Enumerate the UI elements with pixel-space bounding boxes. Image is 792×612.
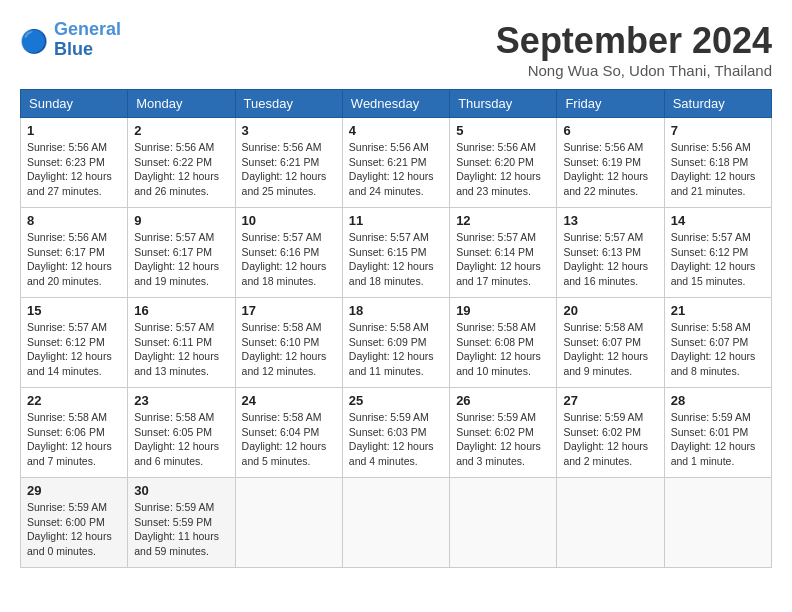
calendar-table: Sunday Monday Tuesday Wednesday Thursday…	[20, 89, 772, 568]
sunset-text: Sunset: 6:02 PM	[563, 426, 641, 438]
day-number: 18	[349, 303, 443, 318]
sunrise-text: Sunrise: 5:57 AM	[134, 231, 214, 243]
sunset-text: Sunset: 6:09 PM	[349, 336, 427, 348]
daylight-text: Daylight: 12 hours and 10 minutes.	[456, 350, 541, 377]
calendar-cell	[664, 478, 771, 568]
daylight-text: Daylight: 12 hours and 1 minute.	[671, 440, 756, 467]
sunset-text: Sunset: 5:59 PM	[134, 516, 212, 528]
location: Nong Wua So, Udon Thani, Thailand	[496, 62, 772, 79]
sunset-text: Sunset: 6:15 PM	[349, 246, 427, 258]
daylight-text: Daylight: 12 hours and 27 minutes.	[27, 170, 112, 197]
day-number: 12	[456, 213, 550, 228]
col-friday: Friday	[557, 90, 664, 118]
sunrise-text: Sunrise: 5:57 AM	[671, 231, 751, 243]
day-number: 4	[349, 123, 443, 138]
calendar-cell: 19 Sunrise: 5:58 AM Sunset: 6:08 PM Dayl…	[450, 298, 557, 388]
calendar-cell: 8 Sunrise: 5:56 AM Sunset: 6:17 PM Dayli…	[21, 208, 128, 298]
sunrise-text: Sunrise: 5:59 AM	[27, 501, 107, 513]
sunrise-text: Sunrise: 5:58 AM	[349, 321, 429, 333]
sunrise-text: Sunrise: 5:57 AM	[456, 231, 536, 243]
day-number: 7	[671, 123, 765, 138]
logo: 🔵 General Blue	[20, 20, 121, 60]
daylight-text: Daylight: 12 hours and 11 minutes.	[349, 350, 434, 377]
sunrise-text: Sunrise: 5:58 AM	[242, 321, 322, 333]
calendar-week-row: 1 Sunrise: 5:56 AM Sunset: 6:23 PM Dayli…	[21, 118, 772, 208]
sunset-text: Sunset: 6:04 PM	[242, 426, 320, 438]
sunset-text: Sunset: 6:01 PM	[671, 426, 749, 438]
day-number: 19	[456, 303, 550, 318]
day-info: Sunrise: 5:57 AM Sunset: 6:15 PM Dayligh…	[349, 230, 443, 289]
sunrise-text: Sunrise: 5:59 AM	[671, 411, 751, 423]
calendar-cell: 4 Sunrise: 5:56 AM Sunset: 6:21 PM Dayli…	[342, 118, 449, 208]
sunrise-text: Sunrise: 5:57 AM	[349, 231, 429, 243]
day-info: Sunrise: 5:58 AM Sunset: 6:04 PM Dayligh…	[242, 410, 336, 469]
sunrise-text: Sunrise: 5:56 AM	[349, 141, 429, 153]
day-info: Sunrise: 5:56 AM Sunset: 6:20 PM Dayligh…	[456, 140, 550, 199]
daylight-text: Daylight: 12 hours and 21 minutes.	[671, 170, 756, 197]
day-info: Sunrise: 5:56 AM Sunset: 6:23 PM Dayligh…	[27, 140, 121, 199]
col-monday: Monday	[128, 90, 235, 118]
sunset-text: Sunset: 6:19 PM	[563, 156, 641, 168]
daylight-text: Daylight: 12 hours and 25 minutes.	[242, 170, 327, 197]
calendar-week-row: 29 Sunrise: 5:59 AM Sunset: 6:00 PM Dayl…	[21, 478, 772, 568]
daylight-text: Daylight: 11 hours and 59 minutes.	[134, 530, 219, 557]
day-number: 24	[242, 393, 336, 408]
day-number: 21	[671, 303, 765, 318]
day-number: 22	[27, 393, 121, 408]
sunset-text: Sunset: 6:02 PM	[456, 426, 534, 438]
day-number: 27	[563, 393, 657, 408]
page-header: 🔵 General Blue September 2024 Nong Wua S…	[20, 20, 772, 79]
day-number: 9	[134, 213, 228, 228]
day-info: Sunrise: 5:57 AM Sunset: 6:16 PM Dayligh…	[242, 230, 336, 289]
calendar-cell: 6 Sunrise: 5:56 AM Sunset: 6:19 PM Dayli…	[557, 118, 664, 208]
day-number: 20	[563, 303, 657, 318]
sunrise-text: Sunrise: 5:59 AM	[456, 411, 536, 423]
calendar-cell: 22 Sunrise: 5:58 AM Sunset: 6:06 PM Dayl…	[21, 388, 128, 478]
day-info: Sunrise: 5:58 AM Sunset: 6:06 PM Dayligh…	[27, 410, 121, 469]
sunrise-text: Sunrise: 5:57 AM	[27, 321, 107, 333]
day-info: Sunrise: 5:56 AM Sunset: 6:18 PM Dayligh…	[671, 140, 765, 199]
calendar-cell: 24 Sunrise: 5:58 AM Sunset: 6:04 PM Dayl…	[235, 388, 342, 478]
daylight-text: Daylight: 12 hours and 3 minutes.	[456, 440, 541, 467]
day-info: Sunrise: 5:58 AM Sunset: 6:05 PM Dayligh…	[134, 410, 228, 469]
sunrise-text: Sunrise: 5:56 AM	[27, 231, 107, 243]
day-number: 25	[349, 393, 443, 408]
title-block: September 2024 Nong Wua So, Udon Thani, …	[496, 20, 772, 79]
calendar-cell: 2 Sunrise: 5:56 AM Sunset: 6:22 PM Dayli…	[128, 118, 235, 208]
month-title: September 2024	[496, 20, 772, 62]
sunset-text: Sunset: 6:13 PM	[563, 246, 641, 258]
calendar-cell: 27 Sunrise: 5:59 AM Sunset: 6:02 PM Dayl…	[557, 388, 664, 478]
day-info: Sunrise: 5:57 AM Sunset: 6:17 PM Dayligh…	[134, 230, 228, 289]
sunrise-text: Sunrise: 5:56 AM	[27, 141, 107, 153]
sunrise-text: Sunrise: 5:58 AM	[563, 321, 643, 333]
sunset-text: Sunset: 6:10 PM	[242, 336, 320, 348]
calendar-cell: 25 Sunrise: 5:59 AM Sunset: 6:03 PM Dayl…	[342, 388, 449, 478]
col-wednesday: Wednesday	[342, 90, 449, 118]
sunrise-text: Sunrise: 5:56 AM	[563, 141, 643, 153]
day-info: Sunrise: 5:56 AM Sunset: 6:19 PM Dayligh…	[563, 140, 657, 199]
col-tuesday: Tuesday	[235, 90, 342, 118]
daylight-text: Daylight: 12 hours and 0 minutes.	[27, 530, 112, 557]
day-number: 1	[27, 123, 121, 138]
sunset-text: Sunset: 6:11 PM	[134, 336, 212, 348]
sunset-text: Sunset: 6:23 PM	[27, 156, 105, 168]
day-number: 30	[134, 483, 228, 498]
daylight-text: Daylight: 12 hours and 24 minutes.	[349, 170, 434, 197]
calendar-cell	[450, 478, 557, 568]
sunrise-text: Sunrise: 5:57 AM	[134, 321, 214, 333]
daylight-text: Daylight: 12 hours and 26 minutes.	[134, 170, 219, 197]
daylight-text: Daylight: 12 hours and 20 minutes.	[27, 260, 112, 287]
sunset-text: Sunset: 6:12 PM	[671, 246, 749, 258]
calendar-cell: 18 Sunrise: 5:58 AM Sunset: 6:09 PM Dayl…	[342, 298, 449, 388]
svg-text:🔵: 🔵	[20, 28, 49, 55]
day-number: 26	[456, 393, 550, 408]
daylight-text: Daylight: 12 hours and 2 minutes.	[563, 440, 648, 467]
sunset-text: Sunset: 6:05 PM	[134, 426, 212, 438]
sunrise-text: Sunrise: 5:56 AM	[671, 141, 751, 153]
calendar-cell	[342, 478, 449, 568]
day-number: 14	[671, 213, 765, 228]
day-number: 23	[134, 393, 228, 408]
sunrise-text: Sunrise: 5:56 AM	[134, 141, 214, 153]
daylight-text: Daylight: 12 hours and 22 minutes.	[563, 170, 648, 197]
day-info: Sunrise: 5:57 AM Sunset: 6:12 PM Dayligh…	[27, 320, 121, 379]
